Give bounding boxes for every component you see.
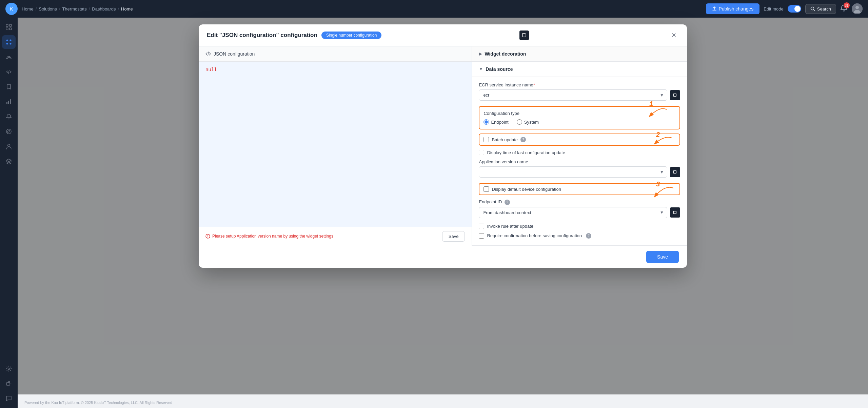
batch-update-checkbox[interactable] [484, 137, 489, 142]
display-time-checkbox-label[interactable]: Display time of last configuration updat… [479, 150, 680, 155]
svg-point-5 [855, 6, 859, 9]
edit-mode-toggle[interactable] [788, 5, 801, 13]
data-source-header[interactable]: ▼ Data source [472, 62, 687, 77]
svg-point-24 [208, 237, 208, 238]
modal-dialog: Edit "JSON configuration" configuration … [199, 24, 687, 268]
sidebar-icon-bookmark[interactable] [2, 80, 16, 94]
batch-update-container: Batch update ? [479, 134, 680, 146]
display-default-checkbox[interactable] [484, 186, 489, 192]
endpoint-id-help-icon[interactable]: ? [505, 200, 510, 205]
sidebar-icon-explore[interactable] [2, 125, 16, 138]
modal-title: Edit "JSON configuration" configuration [207, 32, 317, 39]
json-editor[interactable]: null [199, 62, 472, 227]
ecr-label: ECR service instance name* [479, 82, 680, 87]
radio-system-input[interactable] [517, 119, 522, 125]
page-footer: Powered by the Kaa IoT platform. © 2025 … [18, 397, 868, 408]
batch-update-checkbox-label[interactable]: Batch update [484, 137, 518, 142]
svg-rect-6 [6, 24, 8, 26]
sidebar-icon-signal[interactable] [2, 50, 16, 64]
radio-endpoint-label: Endpoint [491, 120, 508, 125]
radio-endpoint[interactable]: Endpoint [484, 119, 508, 125]
error-icon [205, 234, 210, 239]
sidebar-icon-chart[interactable] [2, 95, 16, 108]
svg-text:K: K [10, 7, 13, 12]
code-icon [205, 51, 211, 57]
modal-copy-button[interactable] [519, 30, 529, 40]
breadcrumb-home[interactable]: Home [22, 6, 34, 12]
endpoint-id-label: Endpoint ID ? [479, 199, 680, 205]
sidebar-icon-gear[interactable] [2, 362, 16, 375]
ecr-select-wrapper: ecr ▼ [479, 89, 680, 101]
modal-close-button[interactable]: ✕ [669, 30, 679, 40]
footer-text: Powered by the Kaa IoT platform. © 2025 … [24, 401, 172, 405]
breadcrumb-thermostats[interactable]: Thermostats [62, 6, 86, 12]
breadcrumb-dashboards[interactable]: Dashboards [92, 6, 116, 12]
edit-mode-label: Edit mode [764, 6, 784, 12]
breadcrumb-solutions[interactable]: Solutions [39, 6, 57, 12]
right-panel[interactable]: ▶ Widget decoration ▼ Data source ECR se… [472, 46, 687, 246]
endpoint-id-copy-button[interactable] [670, 207, 680, 218]
modal-badge: Single number configuration [321, 32, 381, 39]
ecr-select[interactable]: ecr [479, 89, 667, 101]
display-default-container: Display default device configuration [479, 183, 680, 195]
search-button[interactable]: Search [805, 4, 836, 14]
radio-group: Endpoint System [484, 119, 675, 125]
svg-point-18 [8, 144, 10, 147]
app-version-select[interactable] [479, 166, 667, 178]
publish-button[interactable]: Publish changes [706, 3, 760, 14]
ecr-form-group: ECR service instance name* ecr ▼ [479, 82, 680, 101]
svg-rect-20 [6, 383, 10, 385]
left-panel: JSON configuration null Please setup App… [199, 46, 472, 246]
sidebar-icon-chat[interactable] [2, 392, 16, 405]
notification-bell[interactable]: 31 [840, 4, 848, 13]
ecr-copy-button[interactable] [670, 90, 680, 100]
endpoint-id-select-wrapper: From dashboard context ▼ [479, 207, 680, 218]
chevron-right-icon: ▶ [479, 52, 482, 56]
svg-rect-26 [674, 171, 676, 173]
radio-system[interactable]: System [517, 119, 539, 125]
display-time-checkbox[interactable] [479, 150, 484, 155]
svg-rect-15 [8, 101, 9, 104]
logo[interactable]: K [5, 3, 18, 15]
modal-footer: Save [199, 246, 687, 268]
display-default-label: Display default device configuration [492, 187, 561, 192]
svg-point-13 [10, 43, 12, 45]
display-default-checkbox-label[interactable]: Display default device configuration [484, 186, 561, 192]
sidebar-icon-user[interactable] [2, 140, 16, 153]
invoke-rule-checkbox-label[interactable]: Invoke rule after update [479, 224, 680, 229]
app-version-form-group: Application version name ▼ [479, 159, 680, 178]
breadcrumb-current: Home [121, 6, 133, 12]
endpoint-id-select[interactable]: From dashboard context [479, 207, 667, 218]
sidebar-icon-layers[interactable] [2, 155, 16, 168]
svg-line-3 [813, 10, 815, 11]
sidebar-icon-plugin[interactable] [2, 377, 16, 390]
svg-rect-9 [9, 28, 12, 30]
save-primary-button[interactable]: Save [646, 251, 679, 263]
sidebar-icon-bell[interactable] [2, 110, 16, 123]
require-confirm-help-icon[interactable]: ? [586, 233, 591, 239]
sidebar-icon-grid[interactable] [2, 20, 16, 34]
invoke-rule-checkbox[interactable] [479, 224, 484, 229]
user-avatar[interactable] [852, 3, 863, 14]
modal-overlay: Edit "JSON configuration" configuration … [18, 18, 868, 394]
sidebar-icon-code[interactable] [2, 65, 16, 79]
error-message: Please setup Application version name by… [205, 234, 333, 239]
require-confirm-checkbox[interactable] [479, 233, 484, 239]
batch-update-label: Batch update [492, 137, 518, 142]
batch-update-help-icon[interactable]: ? [520, 137, 526, 142]
svg-point-11 [10, 40, 12, 41]
require-confirm-checkbox-label[interactable]: Require confirmation before saving confi… [479, 233, 680, 239]
config-type-label: Configuration type [484, 111, 675, 116]
left-panel-header: JSON configuration [199, 46, 472, 62]
sidebar-icon-apps[interactable] [2, 35, 16, 49]
app-version-copy-button[interactable] [670, 167, 680, 177]
data-source-content: ECR service instance name* ecr ▼ [472, 77, 687, 246]
topbar: K Home / Solutions / Thermostats / Dashb… [0, 0, 868, 18]
data-source-label: Data source [486, 66, 513, 72]
save-secondary-button[interactable]: Save [442, 231, 465, 242]
svg-point-12 [6, 43, 8, 45]
widget-decoration-label: Widget decoration [485, 51, 526, 57]
radio-endpoint-input[interactable] [484, 119, 489, 125]
widget-decoration-header[interactable]: ▶ Widget decoration [472, 46, 687, 62]
chevron-down-icon: ▼ [479, 67, 483, 72]
